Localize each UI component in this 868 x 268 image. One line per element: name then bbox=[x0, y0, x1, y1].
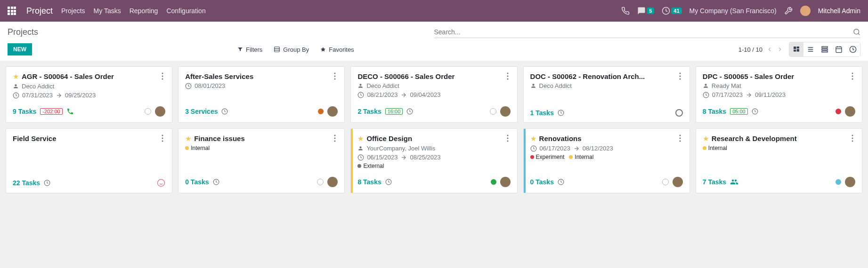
search-input[interactable] bbox=[434, 28, 853, 36]
project-card[interactable]: ★Renovations06/17/202308/12/2023Experime… bbox=[523, 128, 690, 193]
state-indicator[interactable] bbox=[490, 108, 496, 115]
phone-icon[interactable] bbox=[621, 7, 630, 15]
pager-prev-icon[interactable] bbox=[766, 46, 773, 53]
group-by-button[interactable]: Group By bbox=[274, 46, 309, 53]
clock-icon[interactable] bbox=[213, 179, 219, 185]
state-indicator[interactable] bbox=[317, 179, 324, 185]
clock-icon[interactable] bbox=[558, 179, 564, 185]
star-icon[interactable]: ★ bbox=[530, 134, 536, 143]
nav-my-tasks[interactable]: My Tasks bbox=[94, 7, 121, 15]
svg-point-59 bbox=[507, 135, 508, 136]
user-name[interactable]: Mitchell Admin bbox=[818, 7, 860, 15]
app-title: Project bbox=[26, 6, 53, 16]
search-box[interactable] bbox=[434, 26, 861, 38]
favorites-button[interactable]: Favorites bbox=[320, 46, 354, 53]
clock-icon[interactable] bbox=[406, 108, 413, 115]
task-count[interactable]: 7 Tasks bbox=[703, 178, 726, 186]
user-avatar[interactable] bbox=[800, 6, 811, 16]
assignee-avatar[interactable] bbox=[155, 106, 165, 117]
task-count[interactable]: 8 Tasks bbox=[703, 108, 726, 115]
state-indicator[interactable] bbox=[145, 108, 151, 115]
project-card[interactable]: DPC - S00065 - Sales OrderReady Mat07/17… bbox=[696, 66, 862, 123]
project-card[interactable]: DOC - S00062 - Renovation Arch...Deco Ad… bbox=[523, 66, 690, 123]
card-menu-icon[interactable] bbox=[505, 134, 511, 142]
card-menu-icon[interactable] bbox=[505, 72, 511, 80]
assignee-avatar[interactable] bbox=[845, 106, 855, 117]
task-count[interactable]: 0 Tasks bbox=[185, 178, 209, 186]
view-list-icon[interactable] bbox=[803, 42, 818, 56]
company-selector[interactable]: My Company (San Francisco) bbox=[690, 7, 777, 15]
clock-icon[interactable] bbox=[558, 110, 564, 116]
clock-icon[interactable]: 41 bbox=[662, 7, 681, 15]
clock-icon[interactable] bbox=[752, 108, 758, 115]
clock-badge: 41 bbox=[671, 8, 681, 14]
star-icon[interactable]: ★ bbox=[185, 134, 191, 143]
project-card[interactable]: ★AGR - S00064 - Sales OrderDeco Addict07… bbox=[6, 66, 172, 123]
project-card[interactable]: ★Finance issuesInternal0 Tasks bbox=[178, 128, 345, 193]
state-indicator[interactable] bbox=[662, 179, 669, 185]
state-indicator[interactable] bbox=[157, 179, 165, 187]
state-indicator[interactable] bbox=[836, 109, 841, 114]
card-menu-icon[interactable] bbox=[677, 72, 683, 80]
svg-point-73 bbox=[852, 141, 853, 142]
nav-projects[interactable]: Projects bbox=[61, 7, 85, 15]
task-count[interactable]: 3 Services bbox=[185, 108, 218, 115]
pager-next-icon[interactable] bbox=[777, 46, 783, 53]
clock-icon[interactable] bbox=[385, 179, 392, 185]
view-activity-icon[interactable] bbox=[846, 42, 860, 56]
project-card[interactable]: Field Service22 Tasks bbox=[6, 128, 172, 193]
nav-reporting[interactable]: Reporting bbox=[130, 7, 158, 15]
card-menu-icon[interactable] bbox=[332, 134, 338, 142]
task-count[interactable]: 2 Tasks bbox=[357, 108, 381, 115]
card-menu-icon[interactable] bbox=[850, 72, 855, 80]
view-calendar-icon[interactable] bbox=[832, 42, 846, 56]
apps-icon[interactable] bbox=[8, 7, 16, 15]
card-menu-icon[interactable] bbox=[332, 72, 338, 80]
task-count[interactable]: 8 Tasks bbox=[357, 178, 381, 186]
assignee-avatar[interactable] bbox=[845, 177, 855, 187]
svg-point-61 bbox=[507, 141, 508, 142]
task-count[interactable]: 22 Tasks bbox=[13, 179, 40, 187]
card-menu-icon[interactable] bbox=[160, 72, 165, 80]
new-button[interactable]: NEW bbox=[8, 43, 32, 55]
assignee-avatar[interactable] bbox=[500, 106, 511, 117]
clock-icon[interactable] bbox=[44, 180, 50, 186]
phone-icon[interactable] bbox=[66, 108, 74, 115]
task-count[interactable]: 1 Tasks bbox=[530, 109, 554, 117]
state-indicator[interactable] bbox=[836, 179, 841, 185]
svg-point-23 bbox=[162, 76, 163, 77]
assignee-avatar[interactable] bbox=[327, 177, 338, 187]
state-indicator[interactable] bbox=[675, 109, 683, 117]
messages-icon[interactable]: 5 bbox=[637, 7, 654, 15]
project-card[interactable]: ★Office DesignYourCompany, Joel Willis06… bbox=[350, 128, 517, 193]
project-card[interactable]: ★Research & DevelopmentInternal7 Tasks bbox=[696, 128, 862, 193]
settings-icon[interactable] bbox=[784, 7, 793, 15]
assignee-avatar[interactable] bbox=[500, 177, 511, 187]
assignee-avatar[interactable] bbox=[673, 177, 683, 187]
filters-button[interactable]: Filters bbox=[237, 46, 262, 53]
task-count[interactable]: 0 Tasks bbox=[530, 178, 554, 186]
task-count[interactable]: 9 Tasks bbox=[13, 108, 36, 115]
nav-configuration[interactable]: Configuration bbox=[166, 7, 205, 15]
clock-icon[interactable] bbox=[221, 108, 228, 115]
search-icon[interactable] bbox=[853, 28, 860, 36]
card-menu-icon[interactable] bbox=[677, 134, 683, 142]
svg-point-57 bbox=[334, 141, 336, 142]
view-kanban-icon[interactable] bbox=[789, 42, 803, 56]
card-menu-icon[interactable] bbox=[850, 134, 855, 142]
svg-rect-15 bbox=[822, 49, 827, 50]
svg-rect-9 bbox=[794, 50, 796, 52]
state-indicator[interactable] bbox=[491, 179, 496, 185]
view-form-icon[interactable] bbox=[818, 42, 832, 56]
star-icon[interactable]: ★ bbox=[357, 134, 364, 143]
assignee-avatar[interactable] bbox=[327, 106, 338, 117]
state-indicator[interactable] bbox=[318, 109, 324, 114]
star-icon[interactable]: ★ bbox=[13, 72, 19, 81]
tag: Experiment bbox=[530, 154, 565, 160]
project-card[interactable]: After-Sales Services08/01/20233 Services bbox=[178, 66, 345, 123]
people-icon[interactable] bbox=[730, 178, 738, 186]
card-menu-icon[interactable] bbox=[160, 134, 165, 142]
project-card[interactable]: DECO - S00066 - Sales OrderDeco Addict08… bbox=[350, 66, 517, 123]
svg-point-65 bbox=[679, 135, 681, 136]
star-icon[interactable]: ★ bbox=[703, 134, 709, 143]
